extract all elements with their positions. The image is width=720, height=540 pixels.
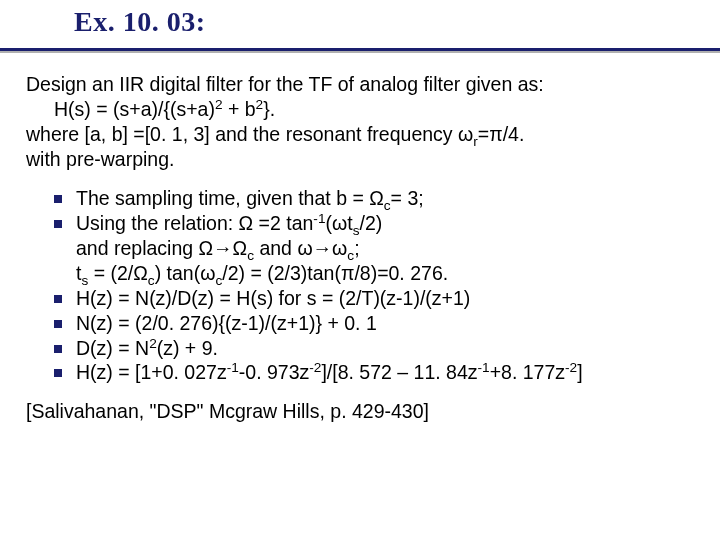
bullet-text: The sampling time, given that b = Ωc= 3;	[76, 186, 700, 211]
bullet-item-6: H(z) = [1+0. 027z-1-0. 973z-2]/[8. 572 –…	[26, 360, 700, 385]
bullet-text: D(z) = N2(z) + 9.	[76, 336, 700, 361]
intro-line-3: where [a, b] =[0. 1, 3] and the resonant…	[26, 122, 700, 147]
slide-body: Design an IIR digital filter for the TF …	[26, 42, 700, 424]
bullet-text: Using the relation: Ω =2 tan-1(ωts/2)	[76, 211, 700, 236]
intro-line-1: Design an IIR digital filter for the TF …	[26, 72, 700, 97]
bullet-item-4: N(z) = (2/0. 276){(z-1)/(z+1)} + 0. 1	[26, 311, 700, 336]
intro-paragraph: Design an IIR digital filter for the TF …	[26, 72, 700, 172]
intro-line-4: with pre-warping.	[26, 147, 700, 172]
title-shadow	[0, 51, 720, 53]
bullet-icon	[54, 345, 62, 353]
bullet-2-cont-2: ts = (2/Ωc) tan(ωc/2) = (2/3)tan(π/8)=0.…	[26, 261, 700, 286]
bullet-icon	[54, 320, 62, 328]
bullet-icon	[54, 220, 62, 228]
bullet-text: N(z) = (2/0. 276){(z-1)/(z+1)} + 0. 1	[76, 311, 700, 336]
bullet-item-3: H(z) = N(z)/D(z) = H(s) for s = (2/T)(z-…	[26, 286, 700, 311]
bullet-list: The sampling time, given that b = Ωc= 3;…	[26, 186, 700, 386]
bullet-2-cont-1: and replacing Ω→Ωc and ω→ωc;	[26, 236, 700, 261]
bullet-item-1: The sampling time, given that b = Ωc= 3;	[26, 186, 700, 211]
bullet-icon	[54, 195, 62, 203]
title-wrap: Ex. 10. 03:	[26, 0, 700, 42]
slide-title: Ex. 10. 03:	[74, 6, 700, 38]
bullet-icon	[54, 295, 62, 303]
intro-line-2: H(s) = (s+a)/{(s+a)2 + b2}.	[26, 97, 700, 122]
bullet-text: H(z) = [1+0. 027z-1-0. 973z-2]/[8. 572 –…	[76, 360, 700, 385]
bullet-item-2: Using the relation: Ω =2 tan-1(ωts/2)	[26, 211, 700, 236]
slide: Ex. 10. 03: Design an IIR digital filter…	[0, 0, 720, 540]
reference: [Salivahanan, "DSP" Mcgraw Hills, p. 429…	[26, 399, 700, 424]
bullet-icon	[54, 369, 62, 377]
bullet-text: H(z) = N(z)/D(z) = H(s) for s = (2/T)(z-…	[76, 286, 700, 311]
bullet-item-5: D(z) = N2(z) + 9.	[26, 336, 700, 361]
